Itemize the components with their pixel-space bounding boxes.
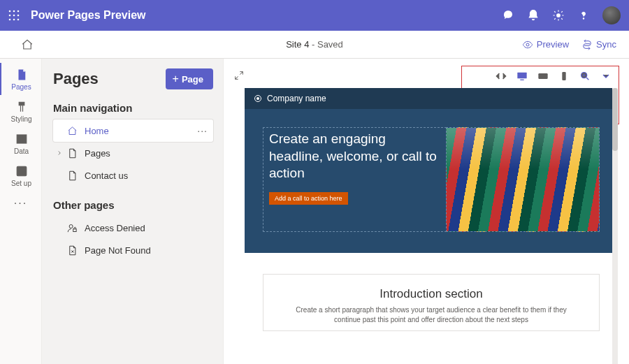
canvas: 50% − + Reset Company name Create an eng… (224, 59, 629, 364)
scrollbar-track (612, 88, 618, 364)
svg-rect-19 (538, 73, 547, 79)
plus-icon: + (173, 73, 179, 85)
tablet-landscape-icon[interactable] (537, 71, 549, 85)
site-status: Site 4 - Saved (286, 39, 343, 50)
nav-rail: Pages Styling Data Set up ··· (0, 59, 42, 364)
sync-button[interactable]: Sync (581, 39, 616, 50)
site-preview: Company name Create an engaging headline… (245, 88, 618, 364)
nav-label: Contact us (85, 170, 128, 181)
main-nav-heading: Main navigation (53, 102, 213, 114)
rail-styling[interactable]: Styling (0, 95, 42, 127)
nav-label: Access Denied (85, 223, 145, 233)
pages-panel: Pages + Page Main navigation Home ··· Pa… (42, 59, 224, 364)
svg-point-2 (17, 10, 20, 13)
file-icon (67, 170, 78, 181)
intro-title: Introduction section (284, 287, 578, 301)
svg-rect-17 (517, 73, 526, 79)
waffle-icon[interactable] (8, 10, 20, 21)
sync-icon (581, 39, 593, 50)
gear-icon[interactable] (552, 9, 565, 22)
chevron-right-icon (56, 150, 63, 156)
svg-rect-18 (520, 80, 523, 80)
nav-home[interactable]: Home ··· (53, 119, 213, 142)
preview-button[interactable]: Preview (522, 39, 569, 50)
eye-icon (522, 39, 533, 50)
file-icon (67, 148, 78, 159)
svg-point-15 (69, 224, 73, 228)
intro-section[interactable]: Introduction section Create a short para… (263, 274, 600, 331)
svg-point-5 (17, 15, 20, 17)
rail-data[interactable]: Data (0, 127, 42, 159)
svg-point-8 (17, 19, 20, 21)
rail-label: Styling (10, 115, 31, 123)
file-x-icon (67, 245, 78, 256)
desktop-icon[interactable] (516, 71, 528, 85)
add-page-button[interactable]: + Page (166, 68, 213, 89)
scrollbar-thumb[interactable] (612, 88, 618, 151)
nav-label: Pages (85, 148, 110, 159)
rail-label: Data (14, 147, 29, 155)
bell-icon[interactable] (527, 9, 540, 22)
saved-label: - Saved (309, 39, 342, 50)
app-title: Power Pages Preview (31, 9, 146, 22)
expand-icon[interactable] (233, 70, 245, 81)
rail-pages[interactable]: Pages (0, 63, 42, 95)
rail-label: Pages (11, 83, 31, 91)
home-icon[interactable] (21, 38, 34, 51)
cta-button[interactable]: Add a call to action here (269, 192, 348, 205)
preview-label: Preview (537, 39, 569, 50)
hero-section[interactable]: Create an engaging headline, welcome, or… (245, 109, 618, 253)
svg-rect-16 (73, 228, 76, 231)
hero-image[interactable] (446, 127, 600, 232)
svg-point-3 (9, 15, 11, 17)
svg-point-0 (9, 10, 11, 13)
svg-point-1 (13, 10, 15, 13)
hero-headline: Create an engaging headline, welcome, or… (269, 131, 440, 182)
sync-label: Sync (596, 39, 616, 50)
radio-icon (254, 95, 261, 102)
svg-point-11 (526, 43, 529, 46)
svg-point-6 (9, 19, 11, 21)
home-icon (67, 126, 78, 136)
app-bar: Power Pages Preview (0, 0, 629, 31)
nav-label: Home (85, 126, 109, 136)
svg-point-9 (557, 14, 561, 17)
help-icon[interactable] (577, 9, 590, 22)
site-name: Site 4 (286, 39, 309, 50)
more-icon[interactable]: ··· (197, 125, 208, 136)
other-pages-heading: Other pages (53, 199, 213, 211)
rail-more[interactable]: ··· (0, 191, 42, 215)
nav-contact[interactable]: Contact us (53, 164, 213, 187)
svg-rect-20 (562, 72, 565, 80)
add-page-label: Page (182, 74, 203, 85)
intro-body: Create a short paragraph that shows your… (284, 305, 578, 325)
nav-not-found[interactable]: Page Not Found (53, 239, 213, 261)
svg-point-7 (13, 19, 15, 21)
site-header[interactable]: Company name (245, 88, 618, 109)
avatar[interactable] (602, 6, 621, 24)
user-lock-icon (67, 223, 78, 233)
rail-setup[interactable]: Set up (0, 159, 42, 191)
svg-rect-12 (17, 135, 27, 143)
company-name: Company name (267, 94, 326, 103)
svg-point-10 (583, 18, 584, 19)
code-icon[interactable] (496, 71, 507, 85)
nav-label: Page Not Found (85, 245, 151, 256)
nav-access-denied[interactable]: Access Denied (53, 217, 213, 239)
svg-point-4 (13, 15, 15, 17)
zoom-icon[interactable] (579, 71, 591, 85)
copilot-icon[interactable] (502, 9, 514, 22)
mobile-icon[interactable] (558, 71, 570, 85)
panel-title: Pages (53, 70, 99, 88)
nav-pages[interactable]: Pages (53, 142, 213, 164)
rail-label: Set up (11, 180, 31, 187)
chevron-down-icon[interactable] (600, 71, 612, 85)
svg-point-14 (22, 172, 25, 175)
hero-text[interactable]: Create an engaging headline, welcome, or… (263, 127, 447, 232)
secondary-bar: Site 4 - Saved Preview Sync (0, 31, 629, 59)
